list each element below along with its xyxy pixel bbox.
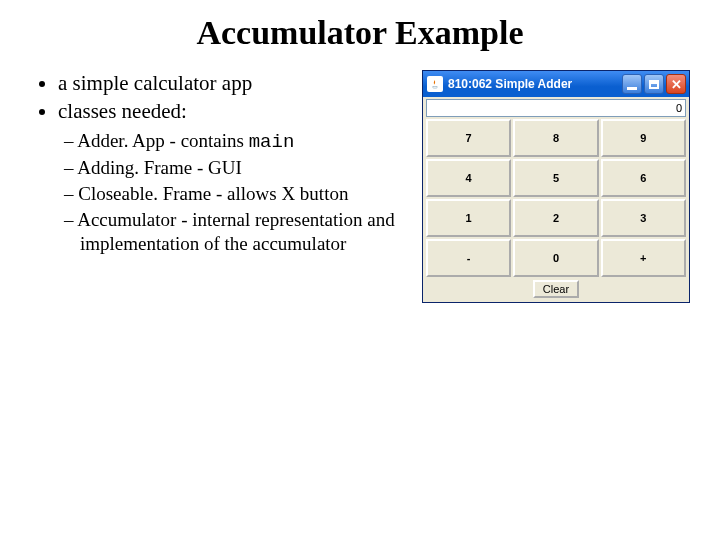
- key-5[interactable]: 5: [513, 159, 598, 197]
- window-title: 810:062 Simple Adder: [448, 77, 622, 91]
- dash-adding-frame: Adding. Frame - GUI: [64, 156, 410, 180]
- window-controls: ✕: [622, 74, 686, 94]
- key-3[interactable]: 3: [601, 199, 686, 237]
- client-area: 0 7 8 9 4 5 6 1 2 3 - 0 + Clear: [423, 97, 689, 302]
- titlebar[interactable]: 810:062 Simple Adder ✕: [423, 71, 689, 97]
- key-6[interactable]: 6: [601, 159, 686, 197]
- key-1[interactable]: 1: [426, 199, 511, 237]
- text-column: a simple calculator app classes needed: …: [30, 70, 410, 257]
- key-plus[interactable]: +: [601, 239, 686, 277]
- minimize-button[interactable]: [622, 74, 642, 94]
- key-7[interactable]: 7: [426, 119, 511, 157]
- dash-adder-app-text: Adder. App - contains: [77, 130, 249, 151]
- bullet-simple-calc: a simple calculator app: [58, 70, 410, 96]
- maximize-button[interactable]: [644, 74, 664, 94]
- code-main: main: [249, 131, 295, 153]
- display-field: 0: [426, 99, 686, 117]
- clear-row: Clear: [425, 277, 687, 300]
- dash-accumulator: Accumulator - internal representation an…: [64, 208, 410, 256]
- minimize-icon: [627, 87, 637, 90]
- close-button[interactable]: ✕: [666, 74, 686, 94]
- keypad: 7 8 9 4 5 6 1 2 3 - 0 +: [425, 119, 687, 277]
- display-value: 0: [676, 102, 682, 114]
- close-icon: ✕: [671, 77, 682, 92]
- page-title: Accumulator Example: [0, 14, 720, 52]
- key-8[interactable]: 8: [513, 119, 598, 157]
- dash-closeable-frame: Closeable. Frame - allows X button: [64, 182, 410, 206]
- clear-button[interactable]: Clear: [533, 280, 579, 298]
- app-column: 810:062 Simple Adder ✕ 0 7 8 9 4 5 6: [410, 70, 690, 303]
- key-0[interactable]: 0: [513, 239, 598, 277]
- java-icon: [427, 76, 443, 92]
- key-9[interactable]: 9: [601, 119, 686, 157]
- key-4[interactable]: 4: [426, 159, 511, 197]
- key-2[interactable]: 2: [513, 199, 598, 237]
- key-minus[interactable]: -: [426, 239, 511, 277]
- maximize-icon: [649, 80, 659, 89]
- bullet-classes-needed: classes needed:: [58, 98, 410, 124]
- content-area: a simple calculator app classes needed: …: [0, 70, 720, 303]
- app-window: 810:062 Simple Adder ✕ 0 7 8 9 4 5 6: [422, 70, 690, 303]
- dash-adder-app: Adder. App - contains main: [64, 129, 410, 155]
